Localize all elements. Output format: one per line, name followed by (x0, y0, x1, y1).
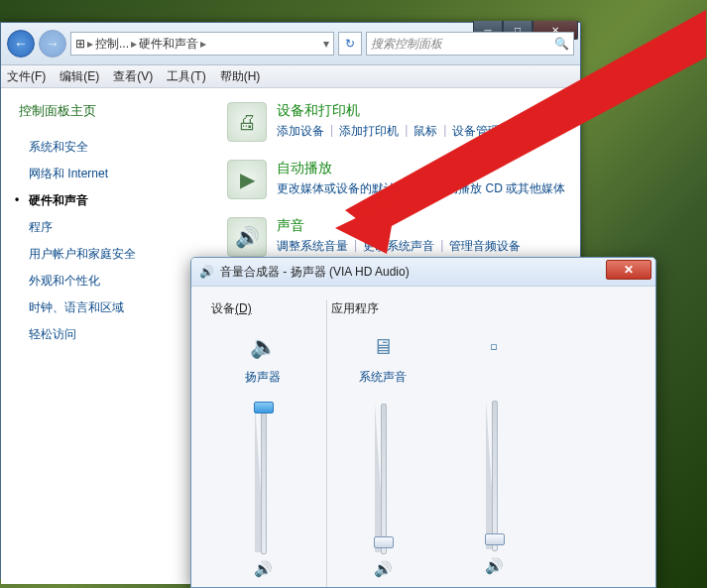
category-link[interactable]: 添加设备 (277, 123, 324, 140)
category-link[interactable]: 更改媒体或设备的默认设置 (277, 180, 419, 197)
category-link[interactable]: 管理音频设备 (449, 238, 521, 255)
sidebar: 控制面板主页 系统和安全网络和 Internet硬件和声音程序用户帐户和家庭安全… (1, 88, 217, 584)
slider-thumb[interactable] (485, 533, 505, 545)
sidebar-item[interactable]: 用户帐户和家庭安全 (19, 241, 207, 268)
volume-slider[interactable] (373, 404, 393, 552)
menu-file[interactable]: 文件(F) (7, 68, 46, 85)
mixer-column: 🖥系统声音🔊 (327, 331, 438, 578)
breadcrumb-seg2[interactable]: 硬件和声音 (139, 36, 198, 53)
link-separator: | (419, 180, 434, 197)
category-links: 更改媒体或设备的默认设置|自动播放 CD 或其他媒体 (277, 180, 565, 197)
category-icon: ▶ (227, 160, 267, 199)
mute-button[interactable]: 🔊 (374, 560, 393, 578)
app-sound-icon[interactable]: ▫ (478, 331, 510, 363)
mixer-column: ▫🔊 (438, 331, 549, 578)
mixer-column: 🔈扬声器🔊 (207, 331, 318, 578)
nav-forward-button[interactable]: → (39, 30, 66, 58)
category-row: 🔊声音调整系统音量|更改系统声音|管理音频设备 (227, 217, 570, 257)
sidebar-item[interactable]: 程序 (19, 214, 207, 241)
mixer-titlebar[interactable]: 🔊 音量合成器 - 扬声器 (VIA HD Audio) ✕ (191, 258, 655, 287)
sidebar-item[interactable]: 网络和 Internet (19, 161, 207, 187)
breadcrumb-sep: ▸ (198, 37, 208, 51)
breadcrumb[interactable]: ⊞ ▸ 控制... ▸ 硬件和声音 ▸ ▾ (70, 32, 334, 56)
category-link[interactable]: 调整系统音量 (277, 238, 348, 255)
slider-thumb[interactable] (254, 402, 274, 413)
search-input[interactable]: 搜索控制面板 🔍 (366, 32, 574, 56)
category-title[interactable]: 声音 (277, 217, 521, 235)
volume-mixer-window: 🔊 音量合成器 - 扬声器 (VIA HD Audio) ✕ 设备(D) 🔈扬声… (190, 257, 656, 588)
category-link[interactable]: 更改系统声音 (363, 238, 434, 255)
category-title[interactable]: 自动播放 (277, 160, 565, 177)
sidebar-item[interactable]: 系统和安全 (19, 134, 207, 161)
link-separator: | (348, 238, 363, 255)
refresh-button[interactable]: ↻ (338, 32, 362, 56)
breadcrumb-sep: ▸ (129, 37, 139, 51)
category-row: ▶自动播放更改媒体或设备的默认设置|自动播放 CD 或其他媒体 (227, 160, 570, 199)
search-placeholder: 搜索控制面板 (371, 36, 442, 53)
mute-button[interactable]: 🔊 (485, 557, 504, 575)
menu-help[interactable]: 帮助(H) (220, 68, 261, 85)
menu-view[interactable]: 查看(V) (113, 68, 153, 85)
category-row: 🖨设备和打印机添加设备|添加打印机|鼠标|设备管理器 (227, 102, 570, 142)
category-title[interactable]: 设备和打印机 (277, 102, 512, 120)
sidebar-item[interactable]: 外观和个性化 (19, 268, 207, 294)
mute-button[interactable]: 🔊 (254, 560, 273, 578)
category-links: 添加设备|添加打印机|鼠标|设备管理器 (277, 123, 512, 140)
sidebar-item[interactable]: 硬件和声音 (19, 187, 207, 214)
sidebar-home[interactable]: 控制面板主页 (19, 102, 207, 120)
category-link[interactable]: 自动播放 CD 或其他媒体 (434, 180, 565, 197)
mixer-column-label[interactable]: 系统声音 (359, 369, 407, 386)
category-icon: 🔊 (227, 217, 267, 257)
mixer-column-label[interactable]: 扬声器 (245, 369, 281, 386)
category-link[interactable]: 添加打印机 (339, 123, 399, 140)
category-link[interactable]: 鼠标 (413, 123, 437, 140)
link-separator: | (399, 123, 413, 140)
volume-slider[interactable] (253, 404, 273, 552)
nav-back-button[interactable]: ← (7, 30, 35, 58)
mixer-apps-section: 应用程序 🖥系统声音🔊▫🔊 (327, 300, 640, 588)
speaker-device-icon[interactable]: 🔈 (247, 331, 279, 363)
mixer-close-button[interactable]: ✕ (606, 260, 651, 280)
mixer-device-header: 设备(D) (207, 300, 326, 317)
mixer-title-text: 音量合成器 - 扬声器 (VIA HD Audio) (220, 264, 410, 281)
menu-bar: 文件(F) 编辑(E) 查看(V) 工具(T) 帮助(H) (1, 65, 580, 88)
category-icon: 🖨 (227, 102, 267, 142)
link-separator: | (437, 123, 452, 140)
category-link[interactable]: 设备管理器 (452, 123, 512, 140)
mixer-apps-header: 应用程序 (327, 300, 640, 317)
sidebar-item[interactable]: 轻松访问 (19, 321, 207, 348)
volume-slider[interactable] (484, 401, 504, 549)
breadcrumb-sep: ▸ (85, 37, 95, 51)
menu-tools[interactable]: 工具(T) (167, 68, 205, 85)
link-separator: | (434, 238, 449, 255)
breadcrumb-seg1[interactable]: 控制... (95, 36, 129, 53)
link-separator: | (324, 123, 339, 140)
menu-edit[interactable]: 编辑(E) (59, 68, 99, 85)
search-icon[interactable]: 🔍 (554, 37, 569, 51)
mixer-device-section: 设备(D) 🔈扬声器🔊 (207, 300, 327, 588)
category-links: 调整系统音量|更改系统声音|管理音频设备 (277, 238, 521, 255)
slider-thumb[interactable] (374, 536, 394, 548)
speaker-icon: 🔊 (199, 265, 214, 279)
sidebar-item[interactable]: 时钟、语言和区域 (19, 294, 207, 321)
breadcrumb-root-icon: ⊞ (75, 37, 85, 51)
app-sound-icon[interactable]: 🖥 (367, 331, 399, 363)
